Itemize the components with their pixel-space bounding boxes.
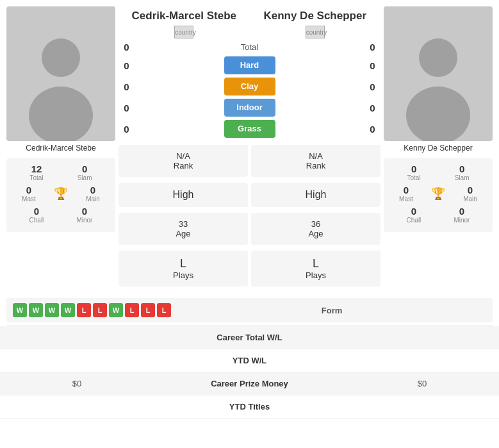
right-player-name-top: Kenny De Schepper country [250, 6, 381, 38]
main-compare: Cedrik-Marcel Stebe 12 Total 0 Slam 0 [0, 0, 499, 295]
right-player-photo [384, 6, 493, 141]
left-main-stat: 0 Main [86, 185, 100, 203]
left-player-name-top: Cedrik-Marcel Stebe country [119, 6, 250, 38]
form-badge-3: W [61, 303, 75, 317]
form-label: Form [177, 306, 486, 315]
clay-button[interactable]: Clay [224, 78, 275, 95]
form-badge-8: L [141, 303, 155, 317]
right-main-stat: 0 Main [463, 185, 477, 203]
hard-surface-row: 0 Hard 0 [119, 56, 380, 74]
rank-high-age-plays-row: N/A Rank High 33 Age L Plays [119, 143, 380, 288]
career-row-2: $0Career Prize Money$0 [0, 372, 499, 395]
left-mast-stat: 0 Mast [22, 185, 36, 203]
form-badge-7: L [125, 303, 139, 317]
svg-point-3 [406, 87, 470, 141]
left-age-box: 33 Age [119, 213, 248, 245]
career-row-0: Career Total W/L [0, 326, 499, 349]
right-age-box: 36 Age [251, 213, 380, 245]
left-country-flag: country [119, 26, 250, 38]
hard-button[interactable]: Hard [224, 56, 275, 74]
player-names-row: Cedrik-Marcel Stebe country Kenny De Sch… [119, 6, 380, 38]
left-rank-box: N/A Rank [119, 145, 248, 177]
left-stats-box: 12 Total 0 Slam 0 Mast 🏆 [6, 158, 115, 232]
total-label: Total [241, 42, 258, 52]
right-player-name-below: Kenny De Schepper [404, 141, 472, 155]
career-stats-section: Career Total W/LYTD W/L$0Career Prize Mo… [0, 326, 499, 419]
right-plays-box: L Plays [251, 251, 380, 286]
total-surface-row: 0 Total 0 [119, 42, 380, 53]
left-stats-row-3: 0 Chall 0 Minor [13, 206, 109, 224]
left-total-stat: 12 Total [30, 163, 44, 181]
indoor-surface-row: 0 Indoor 0 [119, 99, 380, 117]
left-player-photo [6, 6, 115, 141]
career-row-1: YTD W/L [0, 349, 499, 372]
career-row-label-1: YTD W/L [141, 356, 358, 365]
left-stats-row-2: 0 Mast 🏆 0 Main [13, 185, 109, 203]
left-chall-stat: 0 Chall [29, 206, 44, 224]
form-badge-9: L [157, 303, 171, 317]
app-container: Cedrik-Marcel Stebe 12 Total 0 Slam 0 [0, 0, 499, 419]
right-center-stats: N/A Rank High 36 Age L Plays [251, 143, 380, 288]
right-slam-stat: 0 Slam [455, 163, 470, 181]
form-section: WWWWLLWLLL Form [6, 298, 493, 322]
form-badge-5: L [93, 303, 107, 317]
form-badge-6: W [109, 303, 123, 317]
center-column: Cedrik-Marcel Stebe country Kenny De Sch… [119, 6, 380, 288]
grass-surface-row: 0 Grass 0 [119, 120, 380, 138]
left-plays-box: L Plays [119, 251, 248, 286]
right-country-flag: country [250, 26, 381, 38]
left-slam-stat: 0 Slam [78, 163, 92, 181]
right-stats-row-2: 0 Mast 🏆 0 Main [390, 185, 486, 203]
clay-surface-row: 0 Clay 0 [119, 78, 380, 95]
right-trophy: 🏆 [431, 185, 445, 203]
svg-point-2 [419, 38, 457, 77]
left-stats-row-1: 12 Total 0 Slam [13, 163, 109, 181]
form-badge-4: L [77, 303, 91, 317]
career-row-3: YTD Titles [0, 395, 499, 419]
career-row-right-2: $0 [358, 379, 486, 388]
career-row-label-2: Career Prize Money [141, 379, 358, 388]
left-player-column: Cedrik-Marcel Stebe 12 Total 0 Slam 0 [6, 6, 115, 288]
left-trophy: 🏆 [54, 185, 68, 203]
right-high-box: High [251, 183, 380, 207]
form-badge-0: W [13, 303, 27, 317]
career-row-left-2: $0 [13, 379, 141, 388]
form-badge-1: W [29, 303, 43, 317]
right-player-column: Kenny De Schepper 0 Total 0 Slam 0 [384, 6, 493, 288]
career-row-label-0: Career Total W/L [141, 333, 358, 342]
right-mast-stat: 0 Mast [399, 185, 413, 203]
right-stats-row-1: 0 Total 0 Slam [390, 163, 486, 181]
right-stats-row-3: 0 Chall 0 Minor [390, 206, 486, 224]
grass-button[interactable]: Grass [224, 120, 275, 138]
career-row-label-3: YTD Titles [141, 402, 358, 411]
svg-point-1 [29, 87, 93, 141]
right-rank-box: N/A Rank [251, 145, 380, 177]
right-minor-stat: 0 Minor [454, 206, 470, 224]
left-high-box: High [119, 183, 248, 207]
right-total-stat: 0 Total [407, 163, 421, 181]
form-badge-2: W [45, 303, 59, 317]
indoor-button[interactable]: Indoor [224, 99, 275, 117]
left-player-name-below: Cedrik-Marcel Stebe [26, 141, 95, 155]
left-minor-stat: 0 Minor [76, 206, 92, 224]
svg-point-0 [42, 38, 80, 77]
right-chall-stat: 0 Chall [407, 206, 421, 224]
left-center-stats: N/A Rank High 33 Age L Plays [119, 143, 248, 288]
right-stats-box: 0 Total 0 Slam 0 Mast 🏆 [384, 158, 493, 232]
form-badges: WWWWLLWLLL [13, 303, 171, 317]
